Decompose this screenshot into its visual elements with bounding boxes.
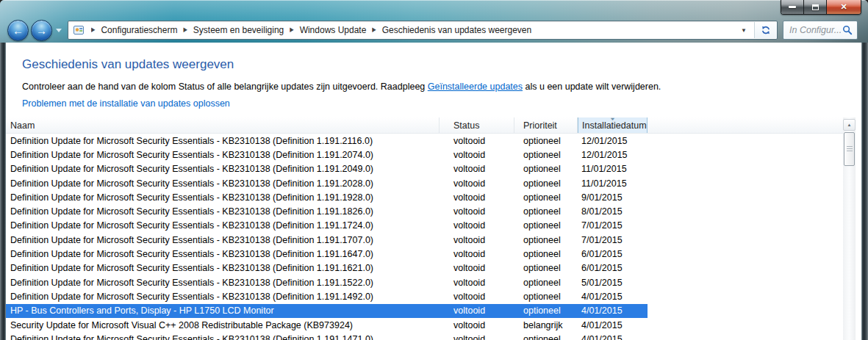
close-icon: ✕ xyxy=(840,3,847,11)
cell-date: 11/01/2015 xyxy=(578,164,648,174)
cell-status: voltooid xyxy=(440,235,514,245)
cell-name: Definition Update for Microsoft Security… xyxy=(6,220,440,231)
address-dropdown-icon[interactable]: ▼ xyxy=(734,27,754,34)
intro-before: Controleer aan de hand van de kolom Stat… xyxy=(22,82,428,92)
cell-priority: optioneel xyxy=(514,278,578,288)
breadcrumb: ▶Configuratiescherm▶Systeem en beveiligi… xyxy=(86,25,532,35)
breadcrumb-item-4[interactable]: Geschiedenis van updates weergeven xyxy=(381,25,532,35)
cell-name: Definition Update for Microsoft Security… xyxy=(6,150,440,160)
column-header-status[interactable]: Status xyxy=(440,117,514,133)
cell-priority: optioneel xyxy=(514,249,578,259)
cell-status: voltooid xyxy=(440,136,514,146)
address-bar[interactable]: ▶Configuratiescherm▶Systeem en beveiligi… xyxy=(68,21,778,40)
control-panel-icon xyxy=(73,24,85,36)
cell-status: voltooid xyxy=(440,206,514,217)
cell-date: 9/01/2015 xyxy=(578,192,648,203)
table-row[interactable]: Definition Update for Microsoft Security… xyxy=(6,261,648,275)
breadcrumb-item-3[interactable]: Windows Update xyxy=(299,25,367,35)
close-button[interactable]: ✕ xyxy=(826,0,861,14)
refresh-button[interactable] xyxy=(755,22,777,38)
cell-status: voltooid xyxy=(440,334,514,340)
cell-priority: optioneel xyxy=(514,292,578,302)
back-button[interactable]: ← xyxy=(7,20,29,41)
table-row[interactable]: Definition Update for Microsoft Security… xyxy=(6,148,648,162)
cell-name: Definition Update for Microsoft Security… xyxy=(6,263,440,273)
window-border-left xyxy=(0,43,6,340)
cell-status: voltooid xyxy=(440,263,514,273)
breadcrumb-separator-icon[interactable]: ▶ xyxy=(372,26,376,34)
column-header-naam[interactable]: Naam xyxy=(6,117,440,133)
column-header-installatiedatum[interactable]: ▼ Installatiedatum xyxy=(578,117,648,133)
cell-priority: optioneel xyxy=(514,192,578,203)
breadcrumb-separator-icon[interactable]: ▶ xyxy=(91,26,95,34)
cell-date: 4/01/2015 xyxy=(578,320,648,330)
cell-priority: optioneel xyxy=(514,150,578,160)
table-row[interactable]: Definition Update for Microsoft Security… xyxy=(6,219,648,233)
minimize-button[interactable] xyxy=(781,0,803,14)
cell-status: voltooid xyxy=(440,178,514,189)
cell-date: 8/01/2015 xyxy=(578,206,648,217)
scroll-up-icon: ▲ xyxy=(847,123,852,127)
table-row[interactable]: Definition Update for Microsoft Security… xyxy=(6,289,648,303)
table-row[interactable]: Definition Update for Microsoft Security… xyxy=(6,190,648,204)
table-row[interactable]: Security Update for Microsoft Visual C++… xyxy=(6,318,648,332)
table-row[interactable]: HP - Bus Controllers and Ports, Display … xyxy=(6,304,648,318)
cell-priority: optioneel xyxy=(514,206,578,217)
forward-button[interactable]: → xyxy=(31,20,52,41)
page-content: Geschiedenis van updates weergeven Contr… xyxy=(6,43,861,340)
cell-status: voltooid xyxy=(440,292,514,302)
cell-date: 5/01/2015 xyxy=(578,278,648,288)
table-row[interactable]: Definition Update for Microsoft Security… xyxy=(6,176,648,190)
cell-date: 11/01/2015 xyxy=(578,178,648,189)
cell-priority: optioneel xyxy=(514,263,578,273)
search-icon[interactable] xyxy=(842,25,853,35)
cell-date: 6/01/2015 xyxy=(578,249,648,259)
cell-date: 7/01/2015 xyxy=(578,235,648,245)
forward-arrow-icon: → xyxy=(36,24,47,37)
cell-status: voltooid xyxy=(440,320,514,330)
cell-name: Definition Update for Microsoft Security… xyxy=(6,249,440,259)
window-controls: ✕ xyxy=(781,0,861,15)
table-row[interactable]: Definition Update for Microsoft Security… xyxy=(6,247,648,261)
breadcrumb-item-1[interactable]: Configuratiescherm xyxy=(100,25,178,35)
cell-status: voltooid xyxy=(440,220,514,231)
cell-name: HP - Bus Controllers and Ports, Display … xyxy=(6,305,440,316)
back-arrow-icon: ← xyxy=(12,24,24,37)
table-row[interactable]: Definition Update for Microsoft Security… xyxy=(6,134,648,148)
cell-name: Definition Update for Microsoft Security… xyxy=(6,178,440,189)
cell-status: voltooid xyxy=(440,192,514,203)
explorer-window: ✕ ← → ▶Configuratiescherm▶Systeem en bev… xyxy=(0,0,868,340)
cell-priority: optioneel xyxy=(514,164,578,174)
scrollbar-thumb[interactable] xyxy=(844,132,855,166)
sort-descending-icon: ▼ xyxy=(609,117,616,122)
cell-priority: optioneel xyxy=(514,178,578,189)
search-input[interactable] xyxy=(788,24,842,36)
page-title: Geschiedenis van updates weergeven xyxy=(22,57,861,72)
scrollbar-grip-icon xyxy=(847,146,853,152)
breadcrumb-separator-icon[interactable]: ▶ xyxy=(290,26,293,34)
troubleshoot-link[interactable]: Problemen met de installatie van updates… xyxy=(22,98,861,109)
recent-pages-dropdown-icon[interactable] xyxy=(56,29,62,32)
breadcrumb-separator-icon[interactable]: ▶ xyxy=(183,26,187,34)
cell-priority: optioneel xyxy=(514,334,578,340)
cell-priority: optioneel xyxy=(514,235,578,245)
table-row[interactable]: Definition Update for Microsoft Security… xyxy=(6,162,648,176)
table-row[interactable]: Definition Update for Microsoft Security… xyxy=(6,332,648,340)
cell-date: 4/01/2015 xyxy=(578,334,648,340)
cell-status: voltooid xyxy=(440,278,514,288)
maximize-button[interactable] xyxy=(803,0,826,14)
scroll-up-button[interactable]: ▲ xyxy=(843,119,856,131)
scrollbar[interactable]: ▲ xyxy=(843,117,856,340)
cell-date: 6/01/2015 xyxy=(578,263,648,273)
cell-priority: optioneel xyxy=(514,220,578,231)
installed-updates-link[interactable]: Geïnstalleerde updates xyxy=(428,82,523,92)
table-body: Definition Update for Microsoft Security… xyxy=(6,134,861,340)
table-row[interactable]: Definition Update for Microsoft Security… xyxy=(6,233,648,247)
breadcrumb-item-2[interactable]: Systeem en beveiliging xyxy=(193,25,284,35)
intro-text: Controleer aan de hand van de kolom Stat… xyxy=(22,82,861,92)
column-header-prioriteit[interactable]: Prioriteit xyxy=(514,117,578,133)
window-border-right xyxy=(861,43,868,340)
table-row[interactable]: Definition Update for Microsoft Security… xyxy=(6,275,648,289)
cell-date: 7/01/2015 xyxy=(578,220,648,231)
table-row[interactable]: Definition Update for Microsoft Security… xyxy=(6,204,648,218)
